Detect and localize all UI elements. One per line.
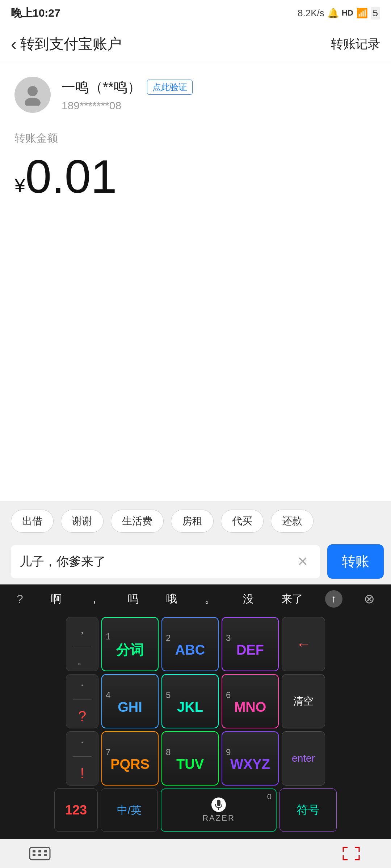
phrase-chip-1[interactable]: 谢谢 xyxy=(61,510,104,533)
key-letters-3: DEF xyxy=(236,642,264,658)
currency-symbol: ¥ xyxy=(14,174,25,196)
key-symbol-btn[interactable]: 符号 xyxy=(279,788,337,832)
prediction-bar: ? 啊 ， 吗 哦 。 没 来了 ↑ ⊗ xyxy=(0,584,391,613)
key-question[interactable]: · ? xyxy=(66,674,98,728)
recipient-section: 一鸣（**鸣） 点此验证 189*******08 xyxy=(14,77,377,113)
svg-point-1 xyxy=(25,98,41,106)
prediction-up-arrow[interactable]: ↑ xyxy=(325,590,342,608)
svg-rect-9 xyxy=(38,854,41,856)
remark-input[interactable]: 儿子，你爹来了 ✕ xyxy=(11,545,320,578)
recipient-name: 一鸣（**鸣） xyxy=(62,78,141,97)
key-enter[interactable]: enter xyxy=(282,731,325,786)
pred-item-6[interactable]: 来了 xyxy=(276,592,309,607)
key-exclaim[interactable]: · ! xyxy=(66,731,98,786)
notification-icon: 🔔 xyxy=(327,8,339,19)
back-button[interactable]: ‹ 转到支付宝账户 xyxy=(11,34,122,54)
question-char: ? xyxy=(78,708,86,724)
phrase-chip-3[interactable]: 房租 xyxy=(171,510,214,533)
key-2-abc[interactable]: 2 ABC xyxy=(161,617,219,671)
key-lang-label: 中/英 xyxy=(117,803,142,818)
delete-icon: ← xyxy=(296,636,311,652)
kb-row-1: ， 。 1 分词 2 ABC 3 DEF ← xyxy=(3,617,388,671)
key-6-mno[interactable]: 6 MNO xyxy=(222,674,279,728)
gesture-bar xyxy=(0,839,391,868)
svg-rect-6 xyxy=(38,850,41,852)
key-9-wxyz[interactable]: 9 WXYZ xyxy=(222,731,279,786)
clear-label: 清空 xyxy=(293,694,314,708)
key-123[interactable]: 123 xyxy=(54,788,98,832)
keyboard-toggle-button[interactable] xyxy=(29,843,51,864)
key-space[interactable]: 0 RAZER xyxy=(161,788,277,832)
key-num-4: 4 xyxy=(106,691,110,699)
key-num-7: 7 xyxy=(106,748,110,757)
key-num-8: 8 xyxy=(166,748,171,757)
comma-char: ， xyxy=(76,621,88,638)
transfer-button[interactable]: 转账 xyxy=(327,544,384,579)
expand-icon xyxy=(340,844,362,863)
expand-button[interactable] xyxy=(340,843,362,864)
prediction-delete[interactable]: ⊗ xyxy=(358,590,380,608)
key-5-jkl[interactable]: 5 JKL xyxy=(161,674,219,728)
enter-label: enter xyxy=(292,753,315,764)
quick-phrases: 出借 谢谢 生活费 房租 代买 还款 xyxy=(0,501,391,539)
key-1-fenci[interactable]: 1 分词 xyxy=(101,617,159,671)
phrase-chip-2[interactable]: 生活费 xyxy=(111,510,164,533)
battery-icon: 5 xyxy=(371,7,380,20)
phrase-chip-0[interactable]: 出借 xyxy=(11,510,54,533)
bottom-area: 出借 谢谢 生活费 房租 代买 还款 儿子，你爹来了 ✕ 转账 ? 啊 ， 吗 … xyxy=(0,501,391,868)
recipient-info: 一鸣（**鸣） 点此验证 189*******08 xyxy=(62,78,193,112)
key-8-tuv[interactable]: 8 TUV xyxy=(161,731,219,786)
pred-item-3[interactable]: 哦 xyxy=(160,592,183,607)
key-num-6: 6 xyxy=(226,691,231,699)
key-num-2: 2 xyxy=(166,634,171,642)
status-icons: 8.2K/s 🔔 HD 📶 5 xyxy=(298,7,380,20)
key-3-def[interactable]: 3 DEF xyxy=(222,617,279,671)
period-char: 。 xyxy=(77,655,87,667)
svg-rect-5 xyxy=(33,850,35,852)
key-lang[interactable]: 中/英 xyxy=(101,788,158,832)
prediction-question[interactable]: ? xyxy=(11,592,29,606)
key-letters-8: TUV xyxy=(176,757,204,772)
pred-item-2[interactable]: 吗 xyxy=(122,592,144,607)
svg-rect-2 xyxy=(217,800,220,806)
key-clear[interactable]: 清空 xyxy=(282,674,325,728)
clear-text-button[interactable]: ✕ xyxy=(294,553,311,570)
pred-item-4[interactable]: 。 xyxy=(199,592,221,607)
left-symbol-block: ， 。 xyxy=(66,617,98,671)
razer-brand: RAZER xyxy=(202,813,235,823)
transfer-history-button[interactable]: 转账记录 xyxy=(331,36,380,52)
amount-row: ¥ 0.01 xyxy=(14,153,377,200)
remark-text: 儿子，你爹来了 xyxy=(20,553,294,570)
key-7-pqrs[interactable]: 7 PQRS xyxy=(101,731,159,786)
input-row: 儿子，你爹来了 ✕ 转账 xyxy=(0,539,391,584)
key-letters-4: GHI xyxy=(118,699,142,715)
left-symbol-block-3: · ! xyxy=(66,731,98,786)
key-4-ghi[interactable]: 4 GHI xyxy=(101,674,159,728)
verify-button[interactable]: 点此验证 xyxy=(147,80,193,95)
phrase-chip-5[interactable]: 还款 xyxy=(271,510,314,533)
recipient-name-row: 一鸣（**鸣） 点此验证 xyxy=(62,78,193,97)
pred-item-0[interactable]: 啊 xyxy=(45,592,67,607)
key-num-1: 1 xyxy=(106,632,110,641)
key-123-label: 123 xyxy=(65,803,87,818)
status-bar: 晚上10:27 8.2K/s 🔔 HD 📶 5 xyxy=(0,0,391,26)
key-letters-7: PQRS xyxy=(110,757,150,772)
pred-item-5[interactable]: 没 xyxy=(237,592,260,607)
kb-row-2: · ? 4 GHI 5 JKL 6 MNO 清空 xyxy=(3,674,388,728)
key-num-9: 9 xyxy=(226,748,231,757)
phrase-chip-4[interactable]: 代买 xyxy=(221,510,264,533)
dot-char-2: · xyxy=(81,735,84,748)
key-comma[interactable]: ， 。 xyxy=(66,617,98,671)
key-letters-5: JKL xyxy=(177,699,203,715)
kb-row-bottom: 123 中/英 0 RAZER 符号 xyxy=(3,788,388,832)
pred-item-1[interactable]: ， xyxy=(83,592,106,607)
mic-svg xyxy=(215,800,223,810)
status-time: 晚上10:27 xyxy=(11,6,60,21)
back-icon: ‹ xyxy=(11,34,17,54)
page-title: 转到支付宝账户 xyxy=(20,34,122,54)
network-speed: 8.2K/s xyxy=(298,8,324,19)
sym-divider xyxy=(73,646,92,646)
exclaim-char: ! xyxy=(80,765,84,782)
key-num-3: 3 xyxy=(226,634,231,642)
key-delete[interactable]: ← xyxy=(282,617,325,671)
